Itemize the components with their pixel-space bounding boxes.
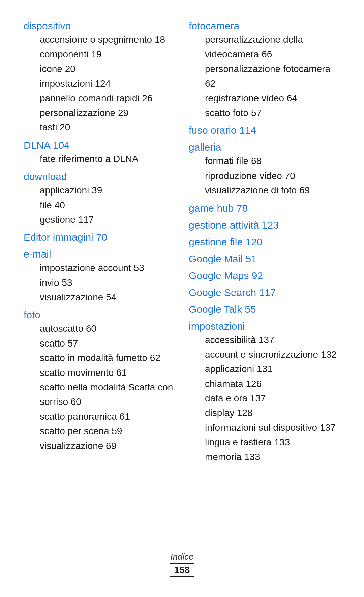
index-subitem-left-0-0: accensione o spegnimento 18 (24, 32, 175, 47)
index-subitem-right-10-7: lingua e tastiera 133 (189, 435, 340, 449)
index-subitem-left-5-3: scatto movimento 61 (24, 365, 175, 380)
index-heading-left-5: foto (24, 309, 175, 321)
index-subitem-right-0-3: scatto foto 57 (189, 106, 340, 120)
index-subitem-left-5-0: autoscatto 60 (24, 321, 175, 336)
index-subitem-left-5-6: scatto per scena 59 (24, 424, 175, 438)
index-subitem-left-0-4: pannello comandi rapidi 26 (24, 91, 175, 106)
index-subitem-right-10-4: data e ora 137 (189, 391, 340, 406)
index-subitem-right-10-8: memoria 133 (189, 450, 340, 464)
index-subitem-right-10-5: display 128 (189, 406, 340, 420)
page-content: dispositivoaccensione o spegnimento 18co… (24, 20, 340, 464)
column-left: dispositivoaccensione o spegnimento 18co… (24, 20, 175, 464)
index-heading-right-9: Google Talk 55 (189, 304, 340, 315)
index-subitem-left-0-3: impostazioni 124 (24, 76, 175, 91)
index-subitem-left-2-1: file 40 (24, 198, 175, 212)
index-heading-right-8: Google Search 117 (189, 287, 340, 298)
index-heading-left-3: Editor immagini 70 (24, 232, 175, 243)
index-heading-right-5: gestione file 120 (189, 236, 340, 248)
footer-page: 158 (170, 563, 195, 577)
index-heading-right-2: galleria (189, 142, 340, 153)
index-subitem-right-2-0: formati file 68 (189, 154, 340, 168)
index-subitem-right-10-2: applicazioni 131 (189, 362, 340, 376)
index-subitem-right-2-1: riproduzione video 70 (189, 169, 340, 183)
index-subitem-left-1-0: fate riferimento a DLNA (24, 152, 175, 166)
index-subitem-left-5-7: visualizzazione 69 (24, 439, 175, 453)
index-subitem-left-5-2: scatto in modalità fumetto 62 (24, 351, 175, 365)
index-heading-right-6: Google Mail 51 (189, 253, 340, 265)
index-heading-right-3: game hub 78 (189, 203, 340, 214)
index-subitem-left-0-2: icone 20 (24, 62, 175, 76)
index-subitem-right-0-1: personalizzazione fotocamera 62 (189, 62, 340, 91)
index-subitem-left-5-4: scatto nella modalità Scatta con sorriso… (24, 380, 175, 409)
index-subitem-right-10-1: account e sincronizzazione 132 (189, 347, 340, 362)
index-subitem-left-5-1: scatto 57 (24, 336, 175, 351)
index-heading-right-4: gestione attività 123 (189, 219, 340, 231)
index-subitem-left-2-2: gestione 117 (24, 212, 175, 227)
index-subitem-left-4-0: impostazione account 53 (24, 261, 175, 275)
index-subitem-right-10-6: informazioni sul dispositivo 137 (189, 420, 340, 435)
index-subitem-right-0-0: personalizzazione della videocamera 66 (189, 32, 340, 62)
index-subitem-left-4-2: visualizzazione 54 (24, 290, 175, 304)
index-heading-left-1: DLNA 104 (24, 140, 175, 151)
index-subitem-left-0-6: tasti 20 (24, 120, 175, 135)
index-heading-right-1: fuso orario 114 (189, 125, 340, 136)
footer-label: Indice (0, 551, 364, 562)
index-subitem-left-2-0: applicazioni 39 (24, 183, 175, 198)
index-subitem-right-10-0: accessibilità 137 (189, 333, 340, 347)
index-heading-right-10: impostazioni (189, 321, 340, 332)
index-subitem-left-4-1: invio 53 (24, 275, 175, 290)
index-subitem-right-2-2: visualizzazione di foto 69 (189, 183, 340, 198)
index-heading-left-2: download (24, 171, 175, 182)
index-heading-right-7: Google Maps 92 (189, 270, 340, 281)
index-subitem-left-5-5: scatto panoramica 61 (24, 409, 175, 424)
page-footer: Indice 158 (0, 551, 364, 577)
index-subitem-left-0-1: componenti 19 (24, 47, 175, 61)
index-subitem-right-0-2: registrazione video 64 (189, 91, 340, 106)
index-heading-right-0: fotocamera (189, 20, 340, 32)
index-subitem-left-0-5: personalizzazione 29 (24, 106, 175, 120)
column-right: fotocamerapersonalizzazione della videoc… (189, 20, 340, 464)
index-heading-left-4: e-mail (24, 248, 175, 260)
index-subitem-right-10-3: chiamata 126 (189, 377, 340, 391)
index-heading-left-0: dispositivo (24, 20, 175, 32)
